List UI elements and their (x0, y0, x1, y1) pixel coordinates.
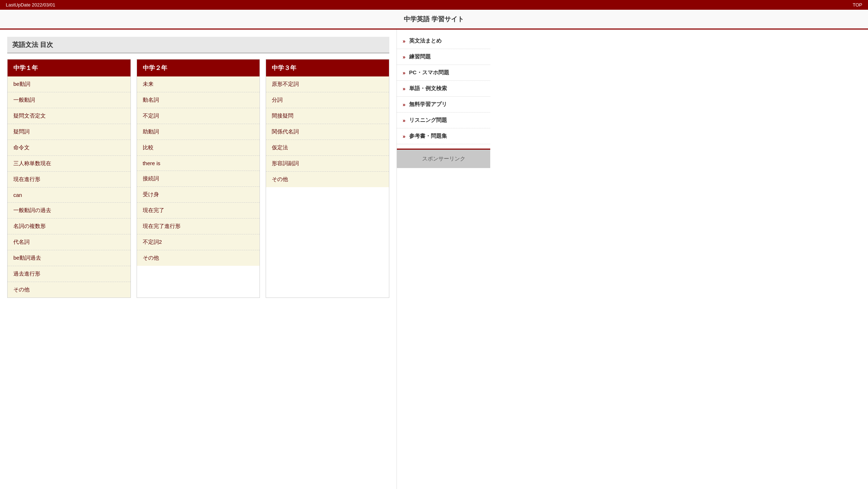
app: LastUpDate 2022/03/01 TOP 中学英語 学習サイト 英語文… (0, 0, 868, 489)
grammar-item-col1-5[interactable]: 三人称単数現在 (8, 156, 130, 172)
grammar-item-col2-4[interactable]: 比較 (137, 140, 260, 156)
chevron-right-icon: » (403, 70, 406, 76)
grammar-item-col3-3[interactable]: 関係代名詞 (266, 124, 389, 140)
sponsor-box: スポンサーリンク (397, 149, 490, 168)
column-items-col2: 未来動名詞不定詞助動詞比較there is接続詞受け身現在完了現在完了進行形不定… (137, 76, 260, 266)
sidebar-item-3[interactable]: »単語・例文検索 (397, 81, 490, 97)
grammar-item-col3-2[interactable]: 間接疑問 (266, 108, 389, 124)
sidebar-item-2[interactable]: »PC・スマホ問題 (397, 65, 490, 81)
grammar-item-col1-3[interactable]: 疑問詞 (8, 124, 130, 140)
grammar-item-col3-6[interactable]: その他 (266, 172, 389, 187)
column-header-col2: 中学２年 (137, 60, 260, 76)
grammar-item-col1-4[interactable]: 命令文 (8, 140, 130, 156)
chevron-right-icon: » (403, 118, 406, 123)
sidebar-items-container: »英文法まとめ»練習問題»PC・スマホ問題»単語・例文検索»無料学習アプリ»リス… (397, 33, 490, 144)
grammar-item-col2-2[interactable]: 不定詞 (137, 108, 260, 124)
top-link[interactable]: TOP (853, 2, 863, 8)
sidebar-item-label-4: 無料学習アプリ (409, 101, 447, 108)
sidebar-item-label-2: PC・スマホ問題 (409, 69, 449, 76)
sidebar-item-1[interactable]: »練習問題 (397, 49, 490, 65)
grammar-item-col1-8[interactable]: 一般動詞の過去 (8, 203, 130, 219)
grammar-item-col1-0[interactable]: be動詞 (8, 76, 130, 92)
grammar-item-col3-4[interactable]: 仮定法 (266, 140, 389, 156)
sidebar-item-label-6: 参考書・問題集 (409, 133, 447, 140)
sidebar-item-0[interactable]: »英文法まとめ (397, 33, 490, 49)
chevron-right-icon: » (403, 86, 406, 92)
grammar-item-col2-0[interactable]: 未来 (137, 76, 260, 92)
site-header: 中学英語 学習サイト (0, 10, 868, 30)
column-header-col3: 中学３年 (266, 60, 389, 76)
grammar-grid: 中学１年be動詞一般動詞疑問文否定文疑問詞命令文三人称単数現在現在進行形can一… (7, 59, 389, 298)
chevron-right-icon: » (403, 102, 406, 107)
grammar-item-col2-9[interactable]: 現在完了進行形 (137, 219, 260, 234)
grammar-item-col1-13[interactable]: その他 (8, 282, 130, 298)
column-items-col3: 原形不定詞分詞間接疑問関係代名詞仮定法形容詞副詞その他 (266, 76, 389, 187)
grammar-item-col1-6[interactable]: 現在進行形 (8, 172, 130, 188)
chevron-right-icon: » (403, 54, 406, 60)
column-header-col1: 中学１年 (8, 60, 130, 76)
sidebar-item-label-3: 単語・例文検索 (409, 85, 447, 92)
grammar-item-col2-6[interactable]: 接続詞 (137, 171, 260, 187)
grammar-item-col1-10[interactable]: 代名詞 (8, 234, 130, 250)
grammar-item-col2-8[interactable]: 現在完了 (137, 203, 260, 219)
grammar-column-col2: 中学２年未来動名詞不定詞助動詞比較there is接続詞受け身現在完了現在完了進… (137, 59, 260, 298)
sidebar-item-label-0: 英文法まとめ (409, 38, 442, 44)
grammar-item-col3-0[interactable]: 原形不定詞 (266, 76, 389, 92)
grammar-column-col3: 中学３年原形不定詞分詞間接疑問関係代名詞仮定法形容詞副詞その他 (266, 59, 389, 298)
grammar-item-col1-9[interactable]: 名詞の複数形 (8, 219, 130, 234)
sponsor-label: スポンサーリンク (422, 155, 465, 162)
chevron-right-icon: » (403, 133, 406, 139)
grammar-item-col2-10[interactable]: 不定詞2 (137, 234, 260, 250)
site-title: 中学英語 学習サイト (404, 16, 464, 23)
grammar-item-col2-5[interactable]: there is (137, 156, 260, 171)
grammar-item-col2-7[interactable]: 受け身 (137, 187, 260, 203)
grammar-item-col1-12[interactable]: 過去進行形 (8, 266, 130, 282)
sidebar-item-label-5: リスニング問題 (409, 117, 447, 124)
top-bar: LastUpDate 2022/03/01 TOP (0, 0, 868, 10)
grammar-item-col1-7[interactable]: can (8, 188, 130, 203)
section-title: 英語文法 目次 (7, 37, 389, 53)
grammar-item-col1-11[interactable]: be動詞過去 (8, 250, 130, 266)
sidebar: »英文法まとめ»練習問題»PC・スマホ問題»単語・例文検索»無料学習アプリ»リス… (397, 30, 490, 489)
main-layout: 英語文法 目次 中学１年be動詞一般動詞疑問文否定文疑問詞命令文三人称単数現在現… (0, 30, 868, 489)
column-items-col1: be動詞一般動詞疑問文否定文疑問詞命令文三人称単数現在現在進行形can一般動詞の… (8, 76, 130, 298)
grammar-item-col2-11[interactable]: その他 (137, 250, 260, 266)
sidebar-item-5[interactable]: »リスニング問題 (397, 113, 490, 128)
content-area: 英語文法 目次 中学１年be動詞一般動詞疑問文否定文疑問詞命令文三人称単数現在現… (0, 30, 397, 489)
grammar-item-col1-2[interactable]: 疑問文否定文 (8, 108, 130, 124)
grammar-item-col1-1[interactable]: 一般動詞 (8, 92, 130, 108)
grammar-item-col3-5[interactable]: 形容詞副詞 (266, 156, 389, 172)
chevron-right-icon: » (403, 38, 406, 44)
grammar-item-col3-1[interactable]: 分詞 (266, 92, 389, 108)
grammar-item-col2-3[interactable]: 助動詞 (137, 124, 260, 140)
grammar-item-col2-1[interactable]: 動名詞 (137, 92, 260, 108)
sidebar-item-6[interactable]: »参考書・問題集 (397, 128, 490, 144)
last-update-label: LastUpDate 2022/03/01 (6, 2, 55, 8)
sidebar-item-label-1: 練習問題 (409, 53, 431, 60)
sidebar-item-4[interactable]: »無料学習アプリ (397, 97, 490, 113)
grammar-column-col1: 中学１年be動詞一般動詞疑問文否定文疑問詞命令文三人称単数現在現在進行形can一… (7, 59, 131, 298)
